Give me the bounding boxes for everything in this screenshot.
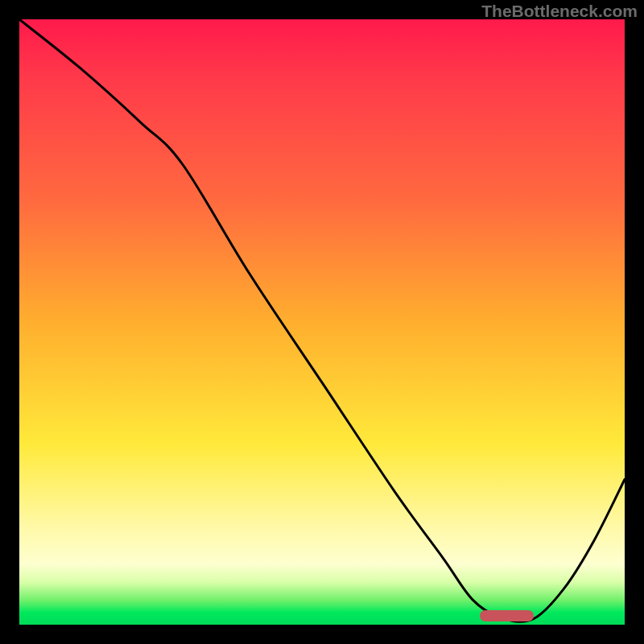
curve-layer [19,19,625,625]
bottleneck-curve [19,19,625,621]
watermark-text: TheBottleneck.com [481,2,638,21]
plot-area [19,19,625,625]
optimal-range-marker [480,610,535,621]
bottleneck-chart: TheBottleneck.com [0,0,644,644]
